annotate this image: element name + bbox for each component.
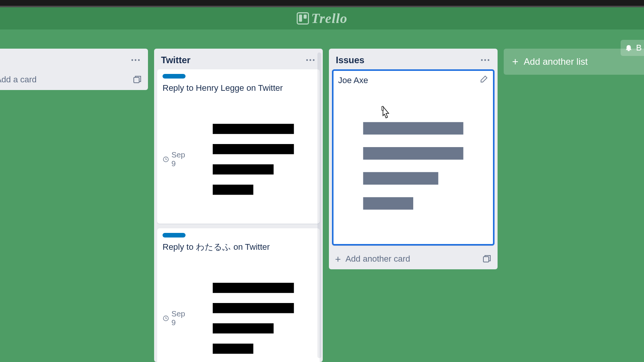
card-container: Reply to Henry Legge on Twitter Sep 9 Re… <box>154 69 323 362</box>
plus-icon: + <box>512 56 518 67</box>
plus-icon: + <box>335 254 341 264</box>
list-menu-icon[interactable]: ••• <box>131 57 141 64</box>
card-title: Joe Axe <box>338 75 488 86</box>
due-date-text: Sep 9 <box>171 310 187 327</box>
card-badges <box>338 91 488 241</box>
description-icon <box>192 257 314 362</box>
add-card-button[interactable]: + Add a card <box>0 69 148 90</box>
trello-logo[interactable]: Trello <box>297 10 348 26</box>
list-header: Twitter ••• <box>154 49 323 69</box>
trello-board-icon <box>297 12 309 25</box>
add-card-label: Add another card <box>345 254 410 264</box>
card-container: Joe Axe <box>329 69 498 249</box>
card-label-blue[interactable] <box>163 74 186 79</box>
svg-rect-4 <box>134 77 139 83</box>
add-list-label: Add another list <box>524 56 588 67</box>
card-title: Reply to わたるふ on Twitter <box>163 241 314 253</box>
card[interactable]: Reply to わたるふ on Twitter Sep 9 <box>157 228 320 362</box>
list-menu-icon[interactable]: ••• <box>481 57 491 64</box>
list-header: ne ••• <box>0 49 148 69</box>
card[interactable]: Reply to Henry Legge on Twitter Sep 9 <box>157 69 320 224</box>
card-badges: Sep 9 <box>163 257 314 362</box>
card-template-icon[interactable] <box>482 254 491 264</box>
list-header: Issues ••• <box>329 49 498 69</box>
due-badge: Sep 9 <box>163 151 187 168</box>
due-badge: Sep 9 <box>163 310 187 327</box>
svg-rect-10 <box>483 257 489 262</box>
card-label-blue[interactable] <box>163 233 186 238</box>
description-icon <box>338 91 488 241</box>
card-title: Reply to Henry Legge on Twitter <box>163 82 314 94</box>
app-header: Trello <box>0 7 644 29</box>
pencil-icon[interactable] <box>480 75 488 83</box>
add-another-card-button[interactable]: + Add another card <box>329 249 498 269</box>
list-title[interactable]: Twitter <box>161 55 191 66</box>
card-badges: Sep 9 <box>163 98 314 220</box>
list-scrollbar[interactable] <box>317 52 321 358</box>
trello-logo-text: Trello <box>311 10 348 26</box>
svg-rect-1 <box>299 15 302 22</box>
card-highlighted[interactable]: Joe Axe <box>332 69 495 246</box>
description-icon <box>192 98 314 220</box>
svg-rect-2 <box>304 15 307 19</box>
list-menu-icon[interactable]: ••• <box>306 57 316 64</box>
list-partial: ne ••• + Add a card <box>0 49 148 90</box>
add-another-list-button[interactable]: + Add another list <box>504 49 644 75</box>
add-card-label: Add a card <box>0 75 37 85</box>
svg-rect-0 <box>297 13 308 24</box>
clock-icon <box>163 314 169 323</box>
card-template-icon[interactable] <box>133 75 142 84</box>
list-issues: Issues ••• Joe Axe + Add another card <box>329 49 498 269</box>
board-canvas: ne ••• + Add a card Twitter ••• Reply to… <box>0 29 644 362</box>
browser-top-bar <box>0 0 644 6</box>
list-twitter: Twitter ••• Reply to Henry Legge on Twit… <box>154 49 323 362</box>
list-title[interactable]: Issues <box>336 55 365 66</box>
clock-icon <box>163 155 169 164</box>
due-date-text: Sep 9 <box>171 151 187 168</box>
